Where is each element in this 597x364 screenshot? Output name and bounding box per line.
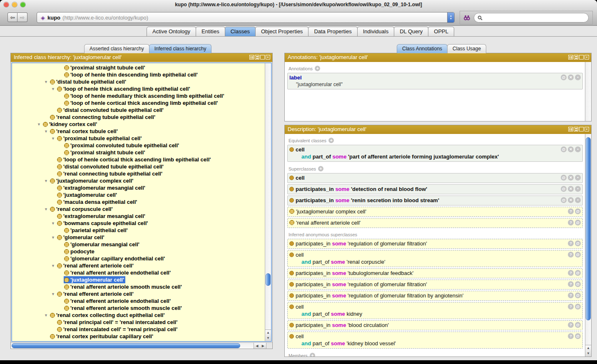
tree-item[interactable]: 'distal convoluted tubule epithelial cel… xyxy=(12,163,265,170)
expand-arrow-icon[interactable]: ▼ xyxy=(50,221,57,225)
annotations-vertical-scrollbar[interactable] xyxy=(585,62,591,121)
ontology-selector-stepper[interactable]: ▲▼ xyxy=(447,12,454,22)
split-horizontally-icon[interactable] xyxy=(574,55,578,59)
scroll-down-arrow[interactable]: ▼ xyxy=(587,352,590,355)
tab-data-properties[interactable]: Data Properties xyxy=(308,27,357,36)
tree-item[interactable]: podocyte xyxy=(12,248,265,255)
tree-item[interactable]: ▼'renal cortex collecting duct epithelia… xyxy=(12,312,265,319)
tree-item[interactable]: ▼'distal tubule epithelial cell' xyxy=(12,78,265,85)
tree-item[interactable]: ▼'kidney cortex cell' xyxy=(12,121,265,128)
description-vertical-scrollbar[interactable]: ▲ ▼ xyxy=(585,134,591,357)
back-button[interactable]: ⇦ xyxy=(7,12,17,22)
search-input[interactable] xyxy=(485,15,585,21)
explain-icon[interactable]: ? xyxy=(568,322,574,328)
description-row[interactable]: cell@✕• xyxy=(287,173,583,183)
subtab-asserted-class-hierarchy[interactable]: Asserted class hierarchy xyxy=(84,44,149,53)
delete-icon[interactable]: ✕ xyxy=(568,197,574,203)
annotate-icon[interactable]: @ xyxy=(575,292,581,298)
annotate-icon[interactable]: @ xyxy=(561,197,567,203)
tree-item[interactable]: 'renal cortex peritubular capillary cell… xyxy=(12,333,265,340)
explain-icon[interactable]: ? xyxy=(568,292,574,298)
tree-item[interactable]: 'juxtaglomerular cell' xyxy=(12,191,265,198)
annotate-icon[interactable]: @ xyxy=(575,281,581,287)
tree-item[interactable]: 'loop of henle thin descending limb epit… xyxy=(12,71,265,78)
float-icon[interactable] xyxy=(579,55,584,59)
tree-item[interactable]: 'glomerular mesangial cell' xyxy=(12,241,265,248)
tree-item[interactable]: 'proximal convoluted tubule epithelial c… xyxy=(12,142,265,149)
tree-item[interactable]: 'renal afferent arteriole endothelial ce… xyxy=(12,269,265,276)
description-row[interactable]: celland part_of some 'kidney blood vesse… xyxy=(287,332,583,349)
tree-item[interactable]: 'loop of henle cortical thick ascending … xyxy=(12,156,265,163)
close-icon[interactable]: ✕ xyxy=(266,55,270,59)
scroll-up-arrow[interactable]: ▲ xyxy=(587,347,590,350)
edit-icon[interactable]: • xyxy=(575,74,581,80)
annotate-icon[interactable]: @ xyxy=(575,333,581,339)
tree-item[interactable]: 'loop of henle cortical thick ascending … xyxy=(12,99,265,106)
tree-item[interactable]: 'extraglomerular mesangial cell' xyxy=(12,213,265,220)
description-row[interactable]: celland part_of some 'part of afferent a… xyxy=(287,145,583,162)
explain-icon[interactable]: ? xyxy=(568,333,574,339)
expand-arrow-icon[interactable]: ▼ xyxy=(50,292,57,296)
tree-item[interactable]: 'juxtaglomerular cell' xyxy=(12,276,265,283)
tab-active-ontology[interactable]: Active Ontology xyxy=(147,27,196,36)
edit-icon[interactable]: • xyxy=(575,186,581,192)
expand-arrow-icon[interactable]: ▼ xyxy=(50,235,57,240)
scroll-left-arrow[interactable]: ◀ xyxy=(256,344,258,348)
tab-object-properties[interactable]: Object Properties xyxy=(255,27,308,36)
expand-arrow-icon[interactable]: ▼ xyxy=(50,136,57,141)
expand-arrow-icon[interactable]: ▼ xyxy=(50,264,57,268)
description-row[interactable]: celland part_of some 'renal corpuscle'?@ xyxy=(287,250,583,267)
description-row[interactable]: participates_in some 'regulation of glom… xyxy=(287,239,583,249)
tree-item[interactable]: ▼'renal efferent arteriole cell' xyxy=(12,290,265,297)
explain-icon[interactable]: ? xyxy=(568,270,574,276)
expand-arrow-icon[interactable]: ▼ xyxy=(42,129,50,134)
explain-icon[interactable]: ? xyxy=(568,208,574,214)
tree-item[interactable]: 'proximal straight tubule cell' xyxy=(12,64,265,71)
tree-item[interactable]: 'renal connecting tubule epithelial cell… xyxy=(12,114,265,121)
tree-item[interactable]: 'extraglomerular mesangial cell' xyxy=(12,184,265,191)
scroll-down-arrow[interactable]: ▼ xyxy=(266,337,270,340)
delete-icon[interactable]: ✕ xyxy=(568,146,574,152)
expand-arrow-icon[interactable]: ▼ xyxy=(42,80,50,84)
tab-individuals[interactable]: Individuals xyxy=(357,27,394,36)
annotate-icon[interactable]: @ xyxy=(575,270,581,276)
tree-item[interactable]: 'renal efferent arteriole endothelial ce… xyxy=(12,297,265,305)
subtab-inferred-class-hierarchy[interactable]: Inferred class hierarchy xyxy=(149,44,212,53)
annotate-icon[interactable]: @ xyxy=(575,252,581,258)
scrollbar-thumb[interactable] xyxy=(266,273,271,286)
tree-item[interactable]: 'renal connecting tubule epithelial cell… xyxy=(12,170,265,177)
zoom-window-button[interactable] xyxy=(20,2,25,7)
scroll-right-arrow[interactable]: ▶ xyxy=(262,344,264,348)
tree-item[interactable]: 'macula densa epithelial cell' xyxy=(12,198,265,206)
explain-icon[interactable]: ? xyxy=(568,240,574,246)
tree-item[interactable]: ▼'loop of henle thick ascending limb epi… xyxy=(12,85,265,92)
delete-icon[interactable]: ✕ xyxy=(568,74,574,80)
edit-icon[interactable]: • xyxy=(575,175,581,181)
split-horizontally-icon[interactable] xyxy=(255,55,259,59)
description-row[interactable]: participates_in some 'regulation of glom… xyxy=(287,280,583,290)
explain-icon[interactable]: ? xyxy=(568,252,574,258)
annotate-icon[interactable]: @ xyxy=(575,322,581,328)
description-row[interactable]: 'renal afferent arteriole cell'?@ xyxy=(287,218,583,228)
tree-item[interactable]: ▼'proximal tubule epithelial cell' xyxy=(12,135,265,142)
tab-dl-query[interactable]: DL Query xyxy=(394,27,428,36)
edit-icon[interactable]: • xyxy=(575,146,581,152)
split-vertically-icon[interactable] xyxy=(249,55,254,59)
subtab-class-usage[interactable]: Class Usage xyxy=(447,44,486,53)
annotate-icon[interactable]: @ xyxy=(561,186,567,192)
annotation-row[interactable]: label"juxtaglomerular cell"@✕• xyxy=(287,73,583,89)
description-row[interactable]: participates_in some 'blood circulation'… xyxy=(287,320,583,330)
tree-item[interactable]: 'glomerular capillary endothelial cell' xyxy=(12,255,265,262)
tree-item[interactable]: 'distal convoluted tubule epithelial cel… xyxy=(12,106,265,114)
annotate-icon[interactable]: @ xyxy=(575,240,581,246)
tree-item[interactable]: 'loop of henle medullary thick ascending… xyxy=(12,92,265,99)
split-vertically-icon[interactable] xyxy=(568,55,573,59)
explain-icon[interactable]: ? xyxy=(568,281,574,287)
close-icon[interactable]: ✕ xyxy=(585,127,589,131)
annotate-icon[interactable]: @ xyxy=(575,220,581,225)
tree-item[interactable]: 'proximal straight tubule cell' xyxy=(12,149,265,156)
explain-icon[interactable]: ? xyxy=(568,220,574,225)
scrollbar-thumb[interactable] xyxy=(12,343,240,348)
expand-arrow-icon[interactable]: ▼ xyxy=(42,179,50,183)
scroll-up-arrow[interactable]: ▲ xyxy=(266,331,270,334)
